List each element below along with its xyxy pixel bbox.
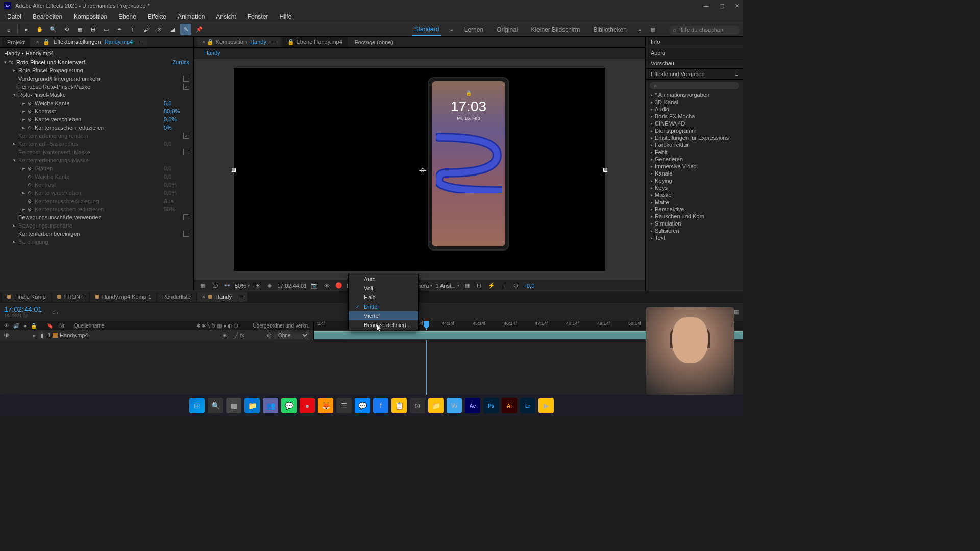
help-search[interactable]: ⌕ Hilfe durchsuchen <box>669 26 740 34</box>
property-value[interactable]: Aus <box>164 198 189 204</box>
timeline-timecode[interactable]: 17:02:44:01 <box>4 305 42 313</box>
workspace-grid-icon[interactable]: ▦ <box>650 26 655 33</box>
views-dropdown[interactable]: 1 Ansi...▾ <box>435 283 459 289</box>
workspace-bibliotheken[interactable]: Bibliotheken <box>591 24 628 35</box>
panel-audio[interactable]: Audio <box>646 47 743 58</box>
property-value[interactable]: 0,0 <box>164 141 189 147</box>
eye-column-icon[interactable]: 👁 <box>4 323 9 329</box>
start-button[interactable]: ⊞ <box>189 398 205 413</box>
property-value[interactable]: 0,0% <box>164 190 189 196</box>
property-value[interactable]: 0,0% <box>164 116 189 122</box>
effect-category[interactable]: ▸Stilisieren <box>646 227 743 234</box>
illustrator-icon[interactable]: Ai <box>502 398 517 413</box>
menu-effekte[interactable]: Effekte <box>142 12 172 21</box>
whatsapp-icon[interactable]: 💬 <box>281 398 297 413</box>
effect-category[interactable]: ▸Audio <box>646 106 743 113</box>
menu-animation[interactable]: Animation <box>173 12 210 21</box>
effect-property-row[interactable]: ▸Bereinigung <box>0 238 193 246</box>
hand-tool[interactable]: ✋ <box>34 24 45 35</box>
panel-info[interactable]: Info <box>646 37 743 47</box>
show-snapshot-icon[interactable]: 👁 <box>322 283 331 289</box>
stopwatch-icon[interactable]: ⊙ <box>28 109 35 114</box>
obs-icon[interactable]: ⊙ <box>410 398 425 413</box>
stopwatch-icon[interactable]: ⊙ <box>28 174 35 179</box>
eraser-tool[interactable]: ◢ <box>167 24 178 35</box>
solo-column-icon[interactable]: ● <box>23 323 27 329</box>
search-button[interactable]: 🔍 <box>208 398 223 413</box>
puppet-tool[interactable]: 📌 <box>193 24 205 35</box>
stopwatch-icon[interactable]: ⊙ <box>28 182 35 187</box>
teams-icon[interactable]: 👥 <box>263 398 278 413</box>
magnification-icon[interactable]: ▦ <box>198 282 207 289</box>
flowchart-icon[interactable]: ⊙ <box>511 282 521 289</box>
eye-toggle[interactable]: 👁 <box>4 332 10 338</box>
stopwatch-icon[interactable]: ⊙ <box>28 125 35 130</box>
switch-icon[interactable]: ✱ <box>196 323 200 329</box>
res-benutzer[interactable]: Benutzerdefiniert... <box>349 320 418 330</box>
res-auto[interactable]: Auto <box>349 274 418 284</box>
effect-category[interactable]: ▸Text <box>646 234 743 241</box>
menu-hilfe[interactable]: Hilfe <box>274 12 297 21</box>
explorer-icon[interactable]: 📁 <box>244 398 260 413</box>
timecode[interactable]: 17:02:44:01 <box>277 283 307 289</box>
effect-property-row[interactable]: ⊙Weiche Kante0,0 <box>0 172 193 181</box>
effect-category[interactable]: ▸Generieren <box>646 156 743 163</box>
grid-icon[interactable]: ⊞ <box>253 282 262 289</box>
fx-icon[interactable]: fx <box>9 60 16 65</box>
effect-category[interactable]: ▸Maske <box>646 191 743 198</box>
workspace-standard[interactable]: Standard <box>412 23 442 36</box>
effect-category[interactable]: ▸Matte <box>646 198 743 206</box>
minimize-button[interactable]: — <box>703 3 709 9</box>
tl-tab-handy-komp[interactable]: Handy.mp4 Komp 1 <box>90 292 156 302</box>
firefox-icon[interactable]: 🦊 <box>318 398 333 413</box>
effects-search[interactable]: ⌕ <box>650 82 739 89</box>
tab-footage[interactable]: Footage (ohne) <box>350 38 398 47</box>
effect-property-row[interactable]: ▸⊙Weiche Kante5,0 <box>0 99 193 107</box>
checkbox[interactable]: ✓ <box>183 84 189 90</box>
reset-link[interactable]: Zurück <box>172 59 189 65</box>
messenger-icon[interactable]: 💬 <box>355 398 370 413</box>
menu-bearbeiten[interactable]: Bearbeiten <box>28 12 67 21</box>
menu-ebene[interactable]: Ebene <box>113 12 141 21</box>
brush-tool[interactable]: 🖌 <box>140 24 152 35</box>
render-icon[interactable]: ▦ <box>734 309 739 315</box>
effect-category[interactable]: ▸Einstellungen für Expressions <box>646 134 743 141</box>
close-button[interactable]: ✕ <box>734 3 739 9</box>
property-value[interactable]: 0% <box>164 124 189 131</box>
shape-tool[interactable]: ▭ <box>101 24 112 35</box>
effect-category[interactable]: ▸CINEMA 4D <box>646 120 743 127</box>
panel-vorschau[interactable]: Vorschau <box>646 58 743 69</box>
menu-fenster[interactable]: Fenster <box>242 12 274 21</box>
effect-category[interactable]: ▸Fehlt <box>646 148 743 156</box>
panel-menu-icon[interactable]: ≡ <box>138 39 141 45</box>
property-value[interactable]: 0,0 <box>164 165 189 171</box>
stopwatch-icon[interactable]: ⊙ <box>28 166 35 171</box>
effect-category[interactable]: ▸Boris FX Mocha <box>646 113 743 120</box>
effect-category[interactable]: ▸Rauschen und Korn <box>646 213 743 220</box>
zoom-tool[interactable]: 🔍 <box>47 24 59 35</box>
tab-effekteinstellungen[interactable]: × 🔒 Effekteinstellungen Handy.mp4 ≡ <box>31 37 146 47</box>
view-opt-icon[interactable]: ▦ <box>462 282 472 289</box>
display-icon[interactable]: 🖵 <box>210 283 219 289</box>
zoom-dropdown[interactable]: 50%▾ <box>235 283 250 289</box>
channel-icon[interactable]: ◈ <box>265 282 274 289</box>
type-tool[interactable]: T <box>127 24 138 35</box>
exposure-value[interactable]: +0,0 <box>524 283 535 289</box>
folder-icon[interactable]: 📁 <box>428 398 444 413</box>
composition-viewer[interactable]: 🔒 17:03 Mi, 16. Feb <box>194 59 645 280</box>
effect-category[interactable]: ▸Kanäle <box>646 170 743 177</box>
effect-property-row[interactable]: Kantenverfeinerung rendern✓ <box>0 132 193 140</box>
rotate-tool[interactable]: ⟲ <box>61 24 72 35</box>
stopwatch-icon[interactable]: ⊙ <box>28 117 35 122</box>
workspace-original[interactable]: Original <box>495 24 520 35</box>
menu-ansicht[interactable]: Ansicht <box>211 12 241 21</box>
checkbox[interactable] <box>183 214 189 220</box>
property-value[interactable]: 80,0% <box>164 108 189 114</box>
workspace-lernen[interactable]: Lernen <box>462 24 485 35</box>
effect-property-row[interactable]: ▸Kantenverf.-Basisradius0,0 <box>0 140 193 148</box>
effect-property-row[interactable]: ▸⊙Kantenrauschen reduzieren0% <box>0 123 193 132</box>
stopwatch-icon[interactable]: ⊙ <box>28 190 35 195</box>
effect-category[interactable]: ▸Dienstprogramm <box>646 127 743 134</box>
effect-property-row[interactable]: ▸⊙Kontrast80,0% <box>0 107 193 115</box>
effect-property-row[interactable]: ▸⊙Kante verschieben0,0% <box>0 189 193 197</box>
